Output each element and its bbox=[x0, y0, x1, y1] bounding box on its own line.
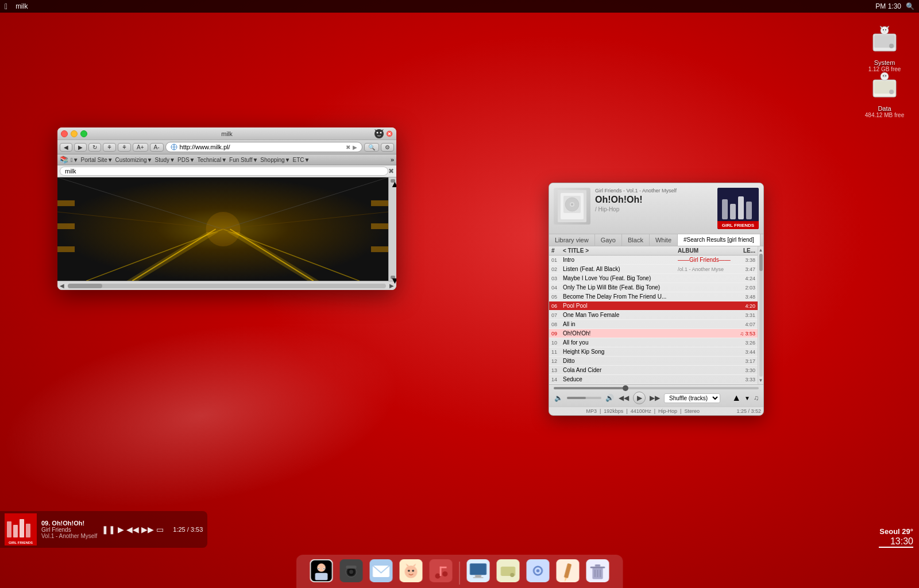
svg-rect-92 bbox=[473, 577, 483, 578]
dock-icon-cat[interactable] bbox=[397, 557, 425, 585]
reload-button[interactable]: ↻ bbox=[88, 143, 101, 152]
svg-rect-57 bbox=[7, 521, 11, 537]
font-down-button[interactable]: A- bbox=[150, 143, 164, 152]
search-clear[interactable]: ✖ bbox=[388, 167, 394, 175]
track-row-active[interactable]: 06 Pool Pool 4:20 bbox=[549, 301, 758, 311]
bookmark-study[interactable]: Study▼ bbox=[155, 157, 175, 163]
volume-down-btn[interactable]: 🔈 bbox=[554, 393, 563, 403]
track-row[interactable]: 11 Height Kip Song 3:44 bbox=[549, 347, 758, 357]
next-btn[interactable]: ▶▶ bbox=[649, 393, 661, 403]
desktop-icon-system[interactable]: System 1.12 GB free bbox=[862, 26, 908, 72]
desktop-icon-data[interactable]: Data 484.12 MB free bbox=[862, 72, 908, 118]
menubar-search-icon[interactable]: 🔍 bbox=[906, 2, 914, 10]
tools-button[interactable]: ⚙ bbox=[381, 143, 394, 152]
progress-bar[interactable] bbox=[554, 387, 759, 389]
scroll-down[interactable]: ▼ bbox=[759, 378, 763, 383]
menubar-app-name[interactable]: milk bbox=[16, 2, 28, 10]
volume-up-btn[interactable]: 🔊 bbox=[605, 393, 615, 403]
page-content bbox=[57, 177, 388, 281]
dock-icon-drive[interactable] bbox=[495, 557, 522, 585]
svg-point-10 bbox=[889, 90, 894, 94]
rss-button2[interactable]: ⚘ bbox=[118, 143, 131, 152]
prev-btn[interactable]: ◀◀ bbox=[618, 393, 630, 403]
window-maximize-btn[interactable] bbox=[80, 130, 87, 137]
track-row[interactable]: 10 All for you 3:26 bbox=[549, 338, 758, 347]
track-row[interactable]: 05 Become The Delay From The Friend U...… bbox=[549, 292, 758, 301]
tab-library-view[interactable]: Library view bbox=[549, 234, 595, 246]
mini-next-btn[interactable]: ▶▶ bbox=[141, 525, 154, 534]
shuffle-select[interactable]: Shuffle (tracks) Sequential Repeat bbox=[664, 393, 720, 403]
scroll-down-arrow[interactable]: ▼ bbox=[391, 276, 395, 279]
bookmarks-more[interactable]: » bbox=[391, 156, 394, 163]
track-row-playing[interactable]: 09 Oh!Oh!Oh! ♫ 3:53 bbox=[549, 329, 758, 338]
mini-random-btn[interactable]: ▭ bbox=[156, 525, 164, 534]
browser-viewport bbox=[57, 177, 388, 281]
bookmark-customizing[interactable]: Customizing▼ bbox=[115, 157, 153, 163]
eq-btn[interactable]: ♫ bbox=[754, 394, 759, 402]
track-row[interactable]: 14 Seduce 3:33 bbox=[549, 375, 758, 384]
mini-prev-btn[interactable]: ◀◀ bbox=[126, 525, 139, 534]
search-button[interactable]: 🔍 bbox=[364, 143, 379, 152]
hscroll-thumb[interactable] bbox=[68, 284, 102, 288]
rss-button[interactable]: ⚘ bbox=[103, 143, 116, 152]
scroll-up-arrow[interactable]: ▲ bbox=[391, 179, 395, 183]
track-row[interactable]: 13 Cola And Cider 3:30 bbox=[549, 366, 758, 375]
globe-icon bbox=[171, 144, 177, 150]
svg-rect-51 bbox=[730, 204, 736, 219]
dock-icon-mail[interactable] bbox=[368, 557, 395, 585]
track-row[interactable]: 02 Listen (Feat. All Black) /ol.1 - Anot… bbox=[549, 265, 758, 274]
tab-black[interactable]: Black bbox=[622, 234, 650, 246]
url-go[interactable]: ▶ bbox=[353, 144, 357, 150]
forward-button[interactable]: ▶ bbox=[74, 143, 87, 152]
tracklist: # < TITLE > ALBUM LE... 01 Intro ——Girl … bbox=[549, 246, 758, 384]
horizontal-scrollbar[interactable] bbox=[68, 284, 386, 288]
tab-white[interactable]: White bbox=[650, 234, 678, 246]
tab-gayo[interactable]: Gayo bbox=[595, 234, 622, 246]
back-button[interactable]: ◀ bbox=[60, 143, 72, 152]
nav-right[interactable]: ▶ bbox=[389, 283, 394, 289]
bookmark-shopping[interactable]: Shopping▼ bbox=[260, 157, 290, 163]
bookmark-funstuff[interactable]: Fun Stuff▼ bbox=[229, 157, 258, 163]
bookmark-technical[interactable]: Technical▼ bbox=[197, 157, 227, 163]
dock-icon-monitor[interactable] bbox=[465, 557, 492, 585]
dock-icon-music[interactable] bbox=[427, 557, 455, 585]
track-row[interactable]: 04 Only The Lip Will Bite (Feat. Big Ton… bbox=[549, 283, 758, 292]
stepper-down[interactable]: ▼ bbox=[744, 395, 750, 401]
close-icon[interactable] bbox=[386, 129, 393, 138]
track-row[interactable]: 03 Maybe I Love You (Feat. Big Tone) 4:2… bbox=[549, 274, 758, 283]
play-pause-btn[interactable]: ▶ bbox=[633, 392, 646, 404]
window-minimize-btn[interactable] bbox=[71, 130, 78, 137]
mini-play-btn[interactable]: ▶ bbox=[118, 525, 124, 534]
bookmark-pds[interactable]: PDS▼ bbox=[177, 157, 195, 163]
url-input[interactable] bbox=[180, 144, 343, 150]
volume-bar[interactable] bbox=[567, 397, 601, 399]
address-bar[interactable]: ✖ ▶ bbox=[165, 142, 362, 152]
track-row[interactable]: 08 All in 4:07 bbox=[549, 320, 758, 329]
dock-icon-pencil[interactable] bbox=[554, 557, 582, 585]
window-close-btn[interactable] bbox=[61, 130, 68, 137]
progress-knob[interactable] bbox=[623, 385, 628, 391]
nav-left[interactable]: ◀ bbox=[60, 283, 64, 289]
search-input[interactable] bbox=[60, 167, 388, 176]
track-row[interactable]: 12 Ditto 3:17 bbox=[549, 357, 758, 366]
dock-icon-trash[interactable] bbox=[584, 557, 612, 585]
dock-icon-finder[interactable] bbox=[308, 557, 335, 585]
stepper-up[interactable]: ▲ bbox=[732, 393, 741, 403]
bookmark-portal[interactable]: Portal Site▼ bbox=[81, 157, 113, 163]
scroll-up[interactable]: ▲ bbox=[759, 247, 763, 253]
url-refresh[interactable]: ✖ bbox=[346, 144, 350, 150]
tab-search-results[interactable]: #Search Results [girl friend] bbox=[678, 234, 760, 246]
mini-pause-btn[interactable]: ❚❚ bbox=[102, 525, 115, 534]
tracklist-scrollbar[interactable]: ▲ ▼ bbox=[758, 246, 763, 384]
track-row[interactable]: 01 Intro ——Girl Friends—— 3:38 bbox=[549, 256, 758, 265]
apple-menu-item[interactable]: ▼ bbox=[71, 157, 79, 163]
track-row[interactable]: 07 One Man Two Female 3:31 bbox=[549, 311, 758, 320]
bookmark-etc[interactable]: ETC▼ bbox=[293, 157, 310, 163]
font-up-button[interactable]: A+ bbox=[133, 143, 148, 152]
dock-icon-camera[interactable] bbox=[338, 557, 365, 585]
dock-icon-settings[interactable] bbox=[524, 557, 552, 585]
scrollbar-thumb[interactable] bbox=[759, 254, 763, 271]
apple-menu[interactable]:  bbox=[5, 2, 7, 11]
browser-scrollbar[interactable]: ▲ ▼ bbox=[388, 177, 396, 281]
control-buttons: 🔈 🔊 ◀◀ ▶ ▶▶ Shuffle (tracks) Sequential … bbox=[554, 392, 759, 404]
